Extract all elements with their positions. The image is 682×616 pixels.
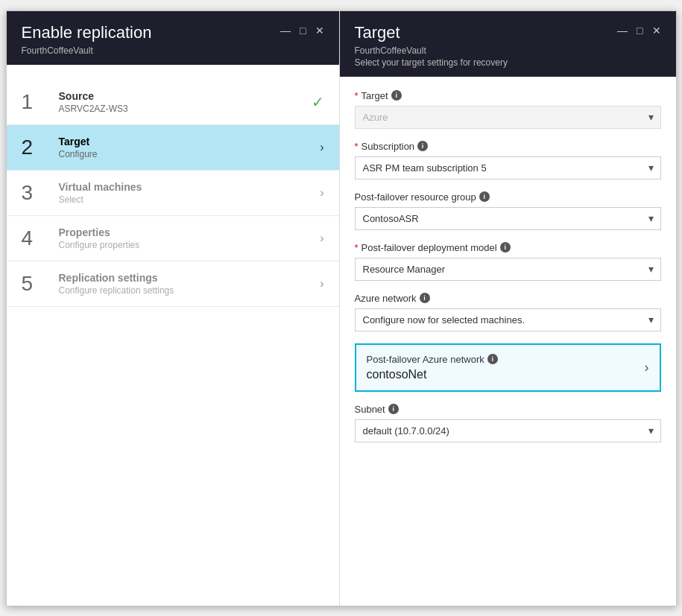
step-4-title: Properties [59, 226, 321, 238]
step-3-item[interactable]: 3 Virtual machines Select › [7, 171, 339, 216]
step-1-subtitle: ASRVC2AZ-WS3 [59, 104, 312, 114]
deployment-model-required-star: * [355, 242, 359, 253]
subscription-required-star: * [355, 141, 359, 152]
subscription-label-text: Subscription [361, 141, 415, 152]
deployment-model-info-icon[interactable]: i [500, 242, 511, 253]
step-3-number: 3 [22, 181, 51, 205]
step-1-check-icon: ✓ [312, 93, 324, 111]
step-1-number: 1 [22, 90, 51, 114]
step-2-arrow-icon: › [320, 141, 323, 154]
step-5-title: Replication settings [59, 272, 321, 284]
target-label-text: Target [361, 90, 388, 101]
step-1-text: Source ASRVC2AZ-WS3 [59, 90, 312, 114]
step-3-text: Virtual machines Select [59, 181, 321, 205]
subnet-group: Subnet i default (10.7.0.0/24) [355, 404, 661, 442]
step-5-text: Replication settings Configure replicati… [59, 272, 321, 296]
deployment-model-label-text: Post-failover deployment model [361, 242, 497, 253]
target-required-star: * [355, 90, 359, 101]
left-panel-content: 1 Source ASRVC2AZ-WS3 ✓ 2 Target Configu… [7, 65, 339, 606]
post-failover-network-label: Post-failover Azure network i [367, 354, 498, 365]
left-minimize-button[interactable]: — [280, 25, 291, 36]
subscription-info-icon[interactable]: i [417, 141, 428, 151]
target-select[interactable]: Azure [355, 106, 661, 129]
right-win-controls: — □ ✕ [617, 25, 660, 36]
target-label: * Target i [355, 90, 661, 101]
step-1-item[interactable]: 1 Source ASRVC2AZ-WS3 ✓ [7, 80, 339, 125]
left-close-button[interactable]: ✕ [315, 25, 324, 36]
azure-network-info-icon[interactable]: i [420, 293, 430, 303]
subnet-select-wrapper: default (10.7.0.0/24) [355, 419, 661, 442]
subnet-select[interactable]: default (10.7.0.0/24) [355, 419, 661, 442]
post-failover-network-info-icon[interactable]: i [487, 354, 498, 364]
step-5-item[interactable]: 5 Replication settings Configure replica… [7, 261, 339, 307]
step-3-title: Virtual machines [59, 181, 321, 193]
step-3-arrow-icon: › [320, 186, 323, 200]
post-failover-network-box[interactable]: Post-failover Azure network i contosoNet… [355, 343, 661, 392]
right-panel-content: * Target i Azure * Subscription i [340, 77, 676, 606]
step-5-arrow-icon: › [320, 277, 323, 290]
step-2-item[interactable]: 2 Target Configure › [7, 125, 339, 171]
step-2-title: Target [59, 136, 321, 147]
step-4-arrow-icon: › [320, 232, 323, 245]
step-2-number: 2 [22, 136, 51, 159]
azure-network-select[interactable]: Configure now for selected machines. [355, 308, 661, 331]
azure-network-label-text: Azure network [355, 293, 417, 304]
resource-group-label: Post-failover resource group i [355, 191, 661, 203]
subnet-label-text: Subnet [355, 404, 385, 415]
subscription-select-wrapper: ASR PM team subscription 5 [355, 156, 661, 180]
step-2-text: Target Configure [59, 136, 321, 159]
deployment-model-select[interactable]: Resource Manager [355, 258, 661, 281]
azure-network-group: Azure network i Configure now for select… [355, 293, 661, 331]
left-header: Enable replication FourthCoffeeVault — □… [7, 11, 339, 65]
subnet-info-icon[interactable]: i [388, 404, 399, 414]
post-failover-network-value: contosoNet [367, 368, 498, 381]
right-panel-description: Select your target settings for recovery [355, 57, 508, 68]
right-close-button[interactable]: ✕ [652, 25, 661, 36]
subscription-select[interactable]: ASR PM team subscription 5 [355, 156, 661, 180]
panels-container: Enable replication FourthCoffeeVault — □… [6, 10, 677, 606]
target-group: * Target i Azure [355, 90, 661, 129]
left-maximize-button[interactable]: □ [300, 25, 306, 36]
right-panel: Target FourthCoffeeVault Select your tar… [340, 11, 676, 606]
left-win-controls: — □ ✕ [280, 25, 323, 36]
post-failover-network-label-text: Post-failover Azure network [367, 354, 484, 365]
deployment-model-label: * Post-failover deployment model i [355, 242, 661, 253]
step-5-number: 5 [22, 272, 51, 296]
resource-group-info-icon[interactable]: i [479, 191, 490, 202]
step-4-item[interactable]: 4 Properties Configure properties › [7, 216, 339, 261]
right-header: Target FourthCoffeeVault Select your tar… [340, 11, 676, 77]
step-4-subtitle: Configure properties [59, 240, 321, 250]
subscription-label: * Subscription i [355, 141, 661, 152]
step-2-subtitle: Configure [59, 149, 321, 159]
step-4-number: 4 [22, 226, 51, 250]
subscription-group: * Subscription i ASR PM team subscriptio… [355, 141, 661, 180]
deployment-model-select-wrapper: Resource Manager [355, 258, 661, 281]
target-info-icon[interactable]: i [391, 90, 402, 101]
step-4-text: Properties Configure properties [59, 226, 321, 250]
resource-group-select[interactable]: ContosoASR [355, 207, 661, 230]
subnet-label: Subnet i [355, 404, 661, 415]
left-panel-title: Enable replication [22, 23, 152, 42]
resource-group-group: Post-failover resource group i ContosoAS… [355, 191, 661, 230]
target-select-wrapper: Azure [355, 106, 661, 129]
left-panel: Enable replication FourthCoffeeVault — □… [7, 11, 340, 606]
right-panel-subtitle: FourthCoffeeVault [355, 45, 508, 56]
resource-group-label-text: Post-failover resource group [355, 191, 476, 203]
azure-network-label: Azure network i [355, 293, 661, 304]
step-1-title: Source [59, 90, 312, 102]
right-maximize-button[interactable]: □ [637, 25, 642, 36]
right-panel-title: Target [355, 23, 508, 42]
step-3-subtitle: Select [59, 194, 321, 205]
left-panel-subtitle: FourthCoffeeVault [22, 45, 152, 56]
azure-network-select-wrapper: Configure now for selected machines. [355, 308, 661, 331]
step-5-subtitle: Configure replication settings [59, 285, 321, 296]
resource-group-select-wrapper: ContosoASR [355, 207, 661, 230]
post-failover-network-content: Post-failover Azure network i contosoNet [367, 354, 498, 381]
deployment-model-group: * Post-failover deployment model i Resou… [355, 242, 661, 281]
post-failover-network-arrow-icon: › [645, 360, 649, 375]
right-minimize-button[interactable]: — [617, 25, 628, 36]
